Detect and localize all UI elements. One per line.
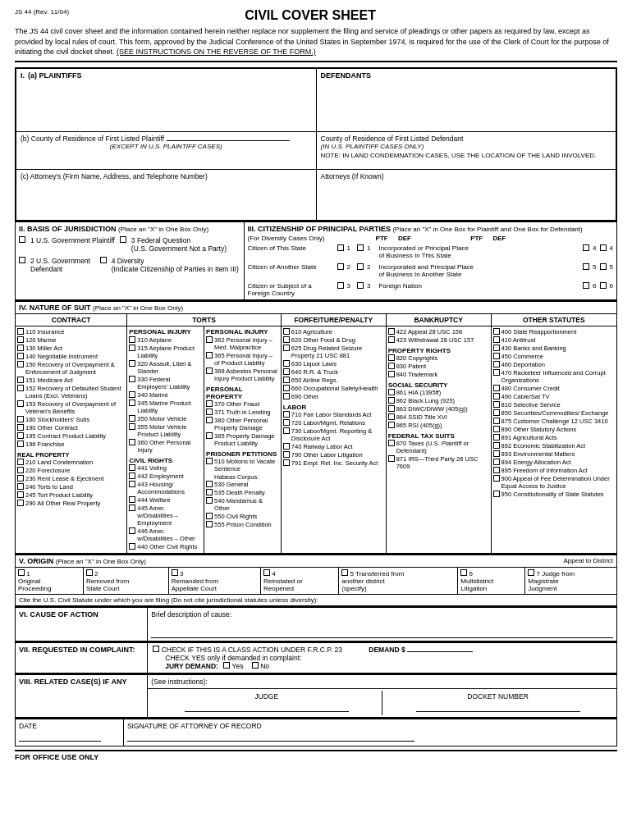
brief-description-label: Brief description of cause:	[151, 610, 613, 619]
col-contract: CONTRACT	[16, 313, 127, 326]
signature-table: DATE SIGNATURE OF ATTORNEY OF RECORD	[15, 718, 617, 746]
checkbox-3[interactable]	[120, 236, 126, 243]
jurisdiction-option-1: 1 U.S. Government Plaintiff 3 Federal Qu…	[19, 236, 240, 253]
intro-text: The JS 44 civil cover sheet and the info…	[15, 26, 617, 62]
main-title: CIVIL COVER SHEET	[69, 8, 552, 23]
date-field: DATE	[16, 719, 124, 746]
section-vi-table: VI. CAUSE OF ACTION Brief description of…	[15, 606, 617, 641]
checkbox-1[interactable]	[19, 236, 25, 243]
section-viii-label: VIII. RELATED CASE(S) IF ANY	[19, 678, 127, 686]
federal-tax-header: FEDERAL TAX SUITS	[388, 432, 489, 440]
county-defendant-label: County of Residence of First Listed Defe…	[321, 135, 612, 143]
citizenship-row-1: Citizen of This State 1 1 Incorporated o…	[248, 244, 613, 259]
section-ii-iii-table: II. BASIS OF JURISDICTION (Place an "X" …	[15, 221, 617, 300]
citizenship-row-2: Citizen of Another State 2 2 Incorporate…	[248, 263, 613, 278]
judge-label: JUDGE	[151, 691, 382, 715]
cite-statute: Cite the U.S. Civil Statute under which …	[16, 594, 617, 605]
section-iv-table: IV. NATURE OF SUIT (Place an "X" in One …	[15, 300, 617, 554]
defendants-label: DEFENDANTS	[321, 71, 372, 80]
origin-1: 1OriginalProceeding	[16, 567, 84, 594]
col-torts: TORTS	[127, 313, 282, 326]
for-office-use: FOR OFFICE USE ONLY	[15, 750, 617, 761]
personal-property-header: PERSONAL PROPERTY	[206, 386, 279, 400]
section-i-label: I.	[21, 71, 25, 80]
torts-pp-column: PERSONAL INJURY 362 Personal Injury – Me…	[204, 326, 282, 553]
origin-6: 6MultidistrictLitigation	[458, 567, 525, 594]
prisoner-petitions-header: PRISONER PETITIONS	[206, 450, 279, 458]
col-bankruptcy: BANKRUPTCY	[386, 313, 491, 326]
checkbox-4[interactable]	[100, 257, 107, 263]
contract-column: 110 Insurance 120 Marine 130 Miller Act …	[16, 326, 127, 553]
origin-4: 4Reinstated orReopened	[261, 567, 339, 594]
demand-label: DEMAND $	[369, 646, 473, 654]
checkbox-2[interactable]	[19, 257, 25, 263]
civil-rights-header: CIVIL RIGHTS	[129, 457, 202, 464]
page-header: JS 44 (Rev. 11/04) CIVIL COVER SHEET	[15, 8, 617, 23]
section-vii-label: VII. REQUESTED IN COMPLAINT:	[19, 646, 135, 654]
plaintiffs-label: (a) PLAINTIFFS	[28, 71, 82, 80]
section-i-table: I. (a) PLAINTIFFS DEFENDANTS (b) County …	[15, 67, 617, 221]
section-v-table: V. ORIGIN (Place an "X" in One Box Only)…	[15, 554, 617, 606]
social-security-header: SOCIAL SECURITY	[388, 381, 489, 389]
bankruptcy-column: 422 Appeal 28 USC 158 423 Withdrawal 28 …	[386, 326, 491, 553]
land-note: NOTE: IN LAND CONDEMNATION CASES, USE TH…	[321, 152, 612, 159]
origin-5: 5 Transferred fromanother district(speci…	[339, 567, 458, 594]
origin-7: 7 Judge fromMagistrateJudgment	[525, 567, 617, 594]
real-property-header: REAL PROPERTY	[17, 451, 125, 459]
other-statutes-column: 400 State Reapportionment 410 Antitrust …	[491, 326, 616, 553]
form-id: JS 44 (Rev. 11/04)	[15, 8, 69, 16]
citizenship-row-3: Citizen or Subject of aForeign Country 3…	[248, 282, 613, 297]
origin-3: 3Remanded fromAppellate Court	[168, 567, 260, 594]
judge-docket-table: JUDGE DOCKET NUMBER	[151, 691, 613, 715]
labor-header: LABOR	[283, 404, 384, 411]
class-action-check: CHECK IF THIS IS A CLASS ACTION UNDER F.…	[153, 646, 344, 654]
property-rights-header: PROPERTY RIGHTS	[388, 347, 489, 354]
attorney-label: (c) Attorney's (Firm Name, Address, and …	[21, 172, 312, 180]
county-plaintiff-label: (b) County of Residence of First Listed …	[21, 135, 312, 143]
jury-demand-section: CHECK YES only if demanded in complaint:…	[165, 654, 301, 670]
col-other-statutes: OTHER STATUTES	[491, 313, 616, 326]
torts-pi-column: PERSONAL INJURY 310 Airplane 315 Airplan…	[127, 326, 204, 553]
section-vii-table: VII. REQUESTED IN COMPLAINT: CHECK IF TH…	[15, 641, 617, 673]
col-forfeiture: FORFEITURE/PENALTY	[281, 313, 386, 326]
origin-2: 2Removed fromState Court	[83, 567, 168, 594]
jurisdiction-option-2: 2 U.S. GovernmentDefendant 4 Diversity(I…	[19, 257, 240, 273]
forfeiture-column: 610 Agriculture 620 Other Food & Drug 62…	[281, 326, 386, 553]
signature-field: SIGNATURE OF ATTORNEY OF RECORD	[123, 719, 616, 746]
attorneys-if-known: Attorneys (If Known)	[321, 172, 612, 180]
section-viii-table: VIII. RELATED CASE(S) IF ANY (See instru…	[15, 673, 617, 718]
docket-number-label: DOCKET NUMBER	[382, 691, 613, 715]
